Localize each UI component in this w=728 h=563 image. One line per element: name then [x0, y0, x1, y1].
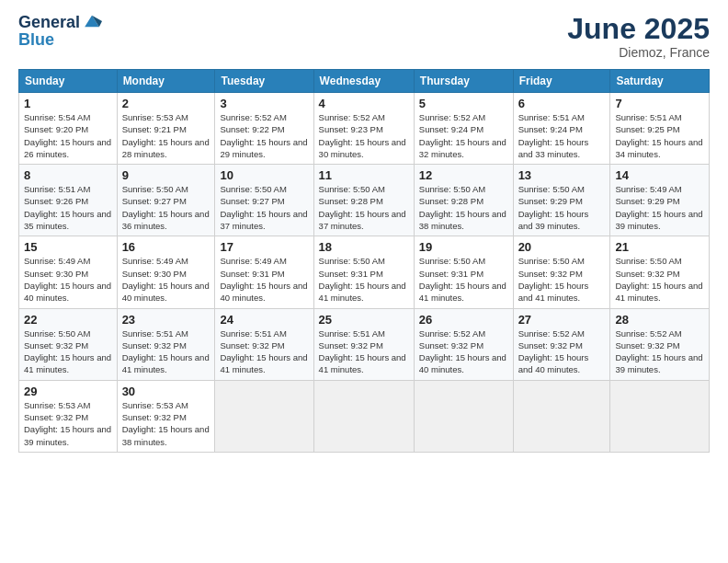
- day-number: 1: [24, 97, 112, 110]
- day-info: Sunrise: 5:53 AMSunset: 9:32 PMDaylight:…: [24, 399, 112, 448]
- day-info: Sunrise: 5:52 AMSunset: 9:23 PMDaylight:…: [319, 111, 409, 160]
- day-number: 25: [319, 313, 409, 327]
- day-number: 4: [319, 97, 409, 110]
- table-cell: 1Sunrise: 5:54 AMSunset: 9:20 PMDaylight…: [19, 93, 118, 165]
- day-number: 27: [518, 313, 606, 327]
- day-info: Sunrise: 5:50 AMSunset: 9:28 PMDaylight:…: [419, 183, 508, 232]
- table-cell: 11Sunrise: 5:50 AMSunset: 9:28 PMDayligh…: [313, 165, 414, 236]
- day-number: 13: [518, 168, 606, 182]
- day-info: Sunrise: 5:50 AMSunset: 9:31 PMDaylight:…: [419, 255, 508, 304]
- calendar-table: Sunday Monday Tuesday Wednesday Thursday…: [18, 69, 710, 453]
- day-info: Sunrise: 5:52 AMSunset: 9:32 PMDaylight:…: [615, 327, 704, 376]
- day-info: Sunrise: 5:50 AMSunset: 9:27 PMDaylight:…: [220, 183, 308, 232]
- col-wednesday: Wednesday: [313, 70, 414, 93]
- col-sunday: Sunday: [19, 70, 118, 93]
- month-title: June 2025: [567, 14, 710, 43]
- day-number: 23: [122, 313, 210, 327]
- table-cell: [414, 380, 513, 452]
- day-number: 20: [518, 240, 606, 254]
- table-cell: 21Sunrise: 5:50 AMSunset: 9:32 PMDayligh…: [610, 236, 710, 308]
- day-number: 6: [518, 97, 606, 110]
- table-cell: 22Sunrise: 5:50 AMSunset: 9:32 PMDayligh…: [19, 308, 118, 380]
- day-number: 26: [419, 313, 508, 327]
- col-friday: Friday: [513, 70, 610, 93]
- day-info: Sunrise: 5:50 AMSunset: 9:32 PMDaylight:…: [24, 327, 112, 376]
- table-cell: [215, 380, 313, 452]
- table-cell: 26Sunrise: 5:52 AMSunset: 9:32 PMDayligh…: [414, 308, 513, 380]
- day-info: Sunrise: 5:50 AMSunset: 9:31 PMDaylight:…: [319, 255, 409, 304]
- day-number: 29: [24, 385, 112, 398]
- day-number: 5: [419, 97, 508, 110]
- table-cell: 27Sunrise: 5:52 AMSunset: 9:32 PMDayligh…: [513, 308, 610, 380]
- table-cell: 6Sunrise: 5:51 AMSunset: 9:24 PMDaylight…: [513, 93, 610, 165]
- day-number: 10: [220, 168, 308, 182]
- day-info: Sunrise: 5:51 AMSunset: 9:32 PMDaylight:…: [122, 327, 210, 376]
- col-saturday: Saturday: [610, 70, 710, 93]
- day-number: 28: [615, 313, 704, 327]
- logo-blue: Blue: [18, 30, 102, 50]
- day-number: 3: [220, 97, 308, 110]
- calendar-header-row: Sunday Monday Tuesday Wednesday Thursday…: [19, 70, 710, 93]
- day-number: 15: [24, 240, 112, 254]
- day-info: Sunrise: 5:52 AMSunset: 9:32 PMDaylight:…: [518, 327, 606, 376]
- calendar-week-row: 15Sunrise: 5:49 AMSunset: 9:30 PMDayligh…: [19, 236, 710, 308]
- table-cell: 3Sunrise: 5:52 AMSunset: 9:22 PMDaylight…: [215, 93, 313, 165]
- day-info: Sunrise: 5:49 AMSunset: 9:29 PMDaylight:…: [615, 183, 704, 232]
- table-cell: [513, 380, 610, 452]
- col-thursday: Thursday: [414, 70, 513, 93]
- day-number: 7: [615, 97, 704, 110]
- table-cell: 5Sunrise: 5:52 AMSunset: 9:24 PMDaylight…: [414, 93, 513, 165]
- logo: General Blue: [18, 14, 102, 50]
- table-cell: [610, 380, 710, 452]
- day-number: 17: [220, 240, 308, 254]
- col-monday: Monday: [117, 70, 215, 93]
- day-info: Sunrise: 5:50 AMSunset: 9:29 PMDaylight:…: [518, 183, 606, 232]
- table-cell: 12Sunrise: 5:50 AMSunset: 9:28 PMDayligh…: [414, 165, 513, 236]
- day-info: Sunrise: 5:49 AMSunset: 9:31 PMDaylight:…: [220, 255, 308, 304]
- day-number: 21: [615, 240, 704, 254]
- day-number: 30: [122, 385, 210, 398]
- table-cell: 25Sunrise: 5:51 AMSunset: 9:32 PMDayligh…: [313, 308, 414, 380]
- day-number: 9: [122, 168, 210, 182]
- table-cell: 13Sunrise: 5:50 AMSunset: 9:29 PMDayligh…: [513, 165, 610, 236]
- calendar-week-row: 1Sunrise: 5:54 AMSunset: 9:20 PMDaylight…: [19, 93, 710, 165]
- table-cell: 10Sunrise: 5:50 AMSunset: 9:27 PMDayligh…: [215, 165, 313, 236]
- day-info: Sunrise: 5:51 AMSunset: 9:25 PMDaylight:…: [615, 111, 704, 160]
- day-info: Sunrise: 5:53 AMSunset: 9:32 PMDaylight:…: [122, 399, 210, 448]
- day-info: Sunrise: 5:50 AMSunset: 9:32 PMDaylight:…: [615, 255, 704, 304]
- table-cell: 2Sunrise: 5:53 AMSunset: 9:21 PMDaylight…: [117, 93, 215, 165]
- day-info: Sunrise: 5:52 AMSunset: 9:22 PMDaylight:…: [220, 111, 308, 160]
- day-info: Sunrise: 5:49 AMSunset: 9:30 PMDaylight:…: [24, 255, 112, 304]
- logo-icon: [82, 11, 102, 31]
- day-info: Sunrise: 5:51 AMSunset: 9:32 PMDaylight:…: [319, 327, 409, 376]
- table-cell: 18Sunrise: 5:50 AMSunset: 9:31 PMDayligh…: [313, 236, 414, 308]
- table-cell: 4Sunrise: 5:52 AMSunset: 9:23 PMDaylight…: [313, 93, 414, 165]
- day-info: Sunrise: 5:52 AMSunset: 9:24 PMDaylight:…: [419, 111, 508, 160]
- day-info: Sunrise: 5:50 AMSunset: 9:32 PMDaylight:…: [518, 255, 606, 304]
- day-number: 8: [24, 168, 112, 182]
- col-tuesday: Tuesday: [215, 70, 313, 93]
- day-number: 18: [319, 240, 409, 254]
- table-cell: 16Sunrise: 5:49 AMSunset: 9:30 PMDayligh…: [117, 236, 215, 308]
- table-cell: 28Sunrise: 5:52 AMSunset: 9:32 PMDayligh…: [610, 308, 710, 380]
- title-block: June 2025 Diemoz, France: [567, 14, 710, 60]
- table-cell: 8Sunrise: 5:51 AMSunset: 9:26 PMDaylight…: [19, 165, 118, 236]
- day-info: Sunrise: 5:51 AMSunset: 9:32 PMDaylight:…: [220, 327, 308, 376]
- day-number: 11: [319, 168, 409, 182]
- table-cell: 23Sunrise: 5:51 AMSunset: 9:32 PMDayligh…: [117, 308, 215, 380]
- header: General Blue June 2025 Diemoz, France: [18, 14, 710, 60]
- day-info: Sunrise: 5:51 AMSunset: 9:24 PMDaylight:…: [518, 111, 606, 160]
- day-number: 2: [122, 97, 210, 110]
- day-info: Sunrise: 5:50 AMSunset: 9:28 PMDaylight:…: [319, 183, 409, 232]
- table-cell: 17Sunrise: 5:49 AMSunset: 9:31 PMDayligh…: [215, 236, 313, 308]
- table-cell: 9Sunrise: 5:50 AMSunset: 9:27 PMDaylight…: [117, 165, 215, 236]
- table-cell: 20Sunrise: 5:50 AMSunset: 9:32 PMDayligh…: [513, 236, 610, 308]
- calendar-week-row: 22Sunrise: 5:50 AMSunset: 9:32 PMDayligh…: [19, 308, 710, 380]
- table-cell: 14Sunrise: 5:49 AMSunset: 9:29 PMDayligh…: [610, 165, 710, 236]
- table-cell: 30Sunrise: 5:53 AMSunset: 9:32 PMDayligh…: [117, 380, 215, 452]
- table-cell: 24Sunrise: 5:51 AMSunset: 9:32 PMDayligh…: [215, 308, 313, 380]
- day-info: Sunrise: 5:53 AMSunset: 9:21 PMDaylight:…: [122, 111, 210, 160]
- location: Diemoz, France: [567, 45, 710, 60]
- table-cell: 19Sunrise: 5:50 AMSunset: 9:31 PMDayligh…: [414, 236, 513, 308]
- page: General Blue June 2025 Diemoz, France Su…: [0, 0, 728, 563]
